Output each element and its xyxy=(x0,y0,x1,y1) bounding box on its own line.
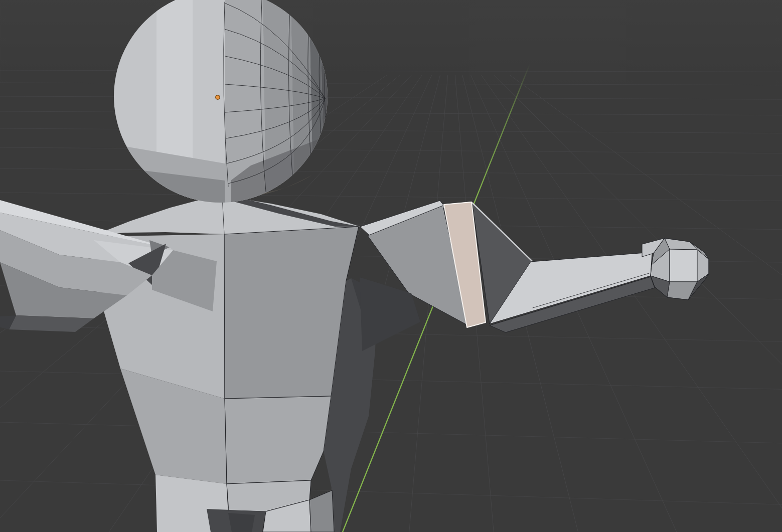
object-origin-dot[interactable] xyxy=(216,95,220,99)
viewport-3d[interactable] xyxy=(0,0,782,532)
mesh-facet xyxy=(228,513,255,532)
viewport-canvas[interactable] xyxy=(0,0,782,532)
mesh-facet xyxy=(670,249,697,282)
mesh-facet xyxy=(225,396,331,484)
